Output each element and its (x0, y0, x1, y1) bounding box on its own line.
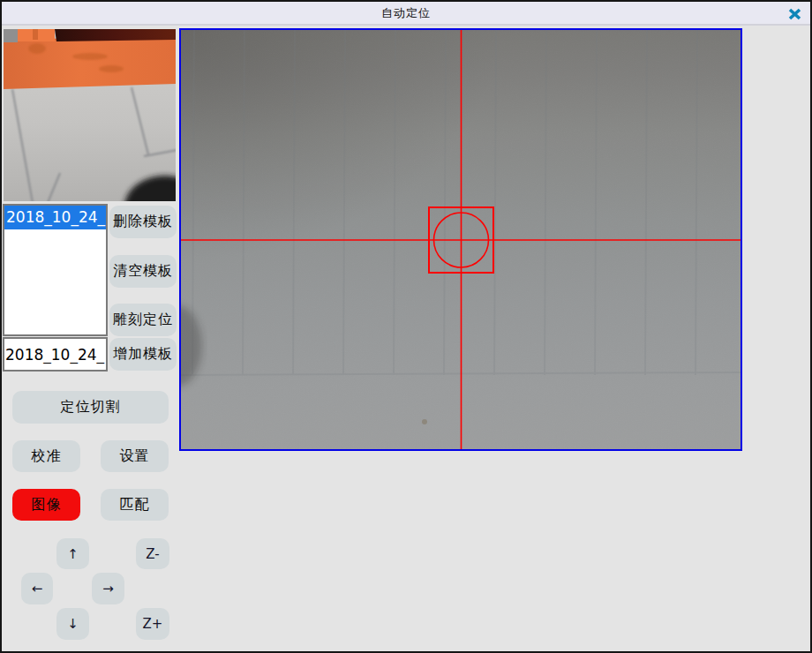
jog-z-minus-button[interactable]: Z- (136, 538, 169, 569)
template-name-input[interactable] (3, 337, 108, 372)
template-list[interactable]: 2018_10_24_11 (3, 204, 108, 336)
jog-up-button[interactable]: ↑ (56, 538, 89, 569)
jog-right-button[interactable]: → (92, 573, 124, 604)
title-bar: 自动定位 (2, 2, 810, 26)
template-list-item[interactable]: 2018_10_24_11 (4, 206, 106, 229)
close-button[interactable] (785, 5, 804, 23)
window-title: 自动定位 (381, 5, 431, 21)
engrave-position-button[interactable]: 雕刻定位 (109, 304, 177, 336)
position-cut-button[interactable]: 定位切割 (12, 391, 169, 424)
calibrate-button[interactable]: 校准 (12, 440, 80, 472)
template-thumbnail (4, 29, 176, 201)
match-button[interactable]: 匹配 (101, 489, 169, 521)
settings-button[interactable]: 设置 (101, 440, 169, 472)
delete-template-button[interactable]: 删除模板 (109, 206, 177, 238)
jog-down-button[interactable]: ↓ (56, 608, 89, 640)
close-icon (788, 8, 801, 20)
clear-template-button[interactable]: 清空模板 (109, 255, 177, 288)
add-template-button[interactable]: 增加模板 (109, 338, 177, 371)
auto-positioning-dialog: 自动定位 (0, 0, 812, 653)
jog-z-plus-button[interactable]: Z+ (136, 608, 169, 640)
camera-view[interactable] (179, 28, 742, 451)
jog-left-button[interactable]: ← (21, 573, 53, 604)
image-button[interactable]: 图像 (12, 489, 80, 521)
